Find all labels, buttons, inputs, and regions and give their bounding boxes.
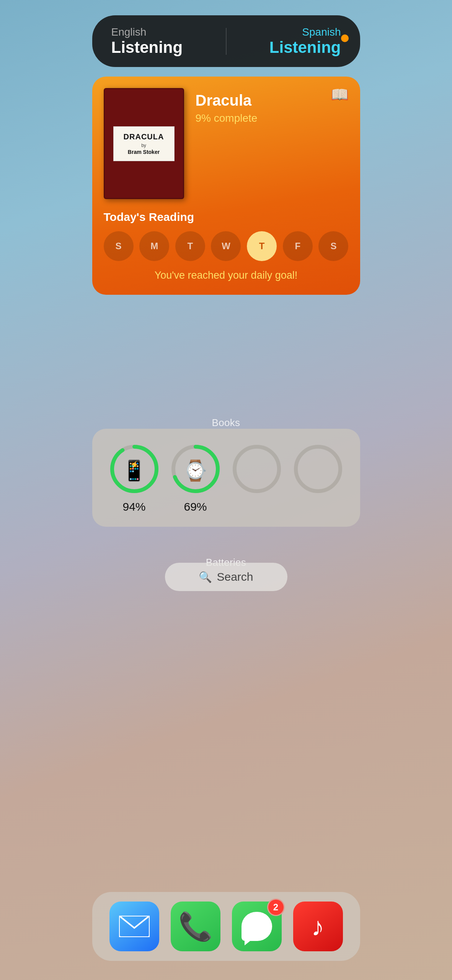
music-icon: ♪ (312, 911, 325, 941)
dock-app-music[interactable]: ♪ (293, 902, 343, 951)
day-circles: S M T W T F S (104, 231, 349, 261)
battery-iphone-percent: 94% (122, 500, 145, 513)
orange-dot (341, 34, 349, 42)
books-widget-label: Books (92, 417, 360, 429)
books-app-icon: 📖 (331, 86, 349, 103)
book-metadata: Dracula 9% complete (196, 88, 258, 124)
book-progress: 9% complete (196, 112, 258, 124)
battery-iphone: ⚡ 📱 94% (108, 442, 161, 513)
day-F: F (283, 231, 313, 261)
day-T1: T (175, 231, 205, 261)
books-widget[interactable]: 📖 DRACULA by Bram Stoker Dracula 9% comp… (92, 77, 360, 295)
battery-empty-2 (291, 442, 345, 513)
battery-empty1-ring (230, 442, 284, 496)
book-cover-inner: DRACULA by Bram Stoker (113, 126, 175, 161)
book-cover: DRACULA by Bram Stoker (104, 88, 184, 199)
battery-iphone-ring: ⚡ 📱 (108, 442, 161, 496)
book-top-section: DRACULA by Bram Stoker Dracula 9% comple… (104, 88, 349, 199)
book-name: Dracula (196, 92, 258, 109)
mail-icon (119, 916, 150, 937)
reading-section: Today's Reading S M T W T F S You've rea… (104, 211, 349, 283)
book-cover-by: by (118, 143, 170, 148)
watch-symbol: ⌚ (183, 459, 208, 482)
messages-badge: 2 (267, 898, 285, 916)
dock-app-messages[interactable]: 2 (232, 902, 282, 951)
dock-app-mail[interactable] (109, 902, 159, 951)
battery-empty-1 (230, 442, 284, 513)
lang-spanish: Spanish Listening (269, 26, 341, 57)
battery-items: ⚡ 📱 94% ⌚ 69% (108, 442, 345, 513)
lang-spanish-label: Spanish (269, 26, 341, 38)
day-M: M (139, 231, 169, 261)
day-W: W (211, 231, 241, 261)
lang-divider (226, 28, 227, 55)
lightning-icon: ⚡ (130, 461, 139, 469)
battery-watch-percent: 69% (184, 500, 207, 513)
language-toggle[interactable]: English Listening Spanish Listening (92, 15, 360, 67)
book-cover-author: Bram Stoker (118, 149, 170, 155)
messages-icon (242, 912, 272, 941)
dock-app-phone[interactable]: 📞 (171, 902, 220, 951)
battery-iphone-icon: ⚡ 📱 (122, 456, 147, 482)
battery-empty2-ring (291, 442, 345, 496)
phone-icon: 📞 (178, 910, 213, 943)
lang-english-value: Listening (111, 38, 183, 57)
day-S1: S (104, 231, 134, 261)
battery-empty2-svg (291, 442, 345, 496)
lang-english-label: English (111, 26, 183, 38)
batteries-widget: ⚡ 📱 94% ⌚ 69% (92, 429, 360, 527)
goal-text: You've reached your daily goal! (104, 270, 349, 283)
svg-point-5 (296, 447, 340, 491)
battery-empty1-svg (230, 442, 284, 496)
battery-watch-icon: ⌚ (183, 456, 208, 482)
lang-spanish-value: Listening (269, 38, 341, 57)
search-label: Search (217, 570, 253, 583)
dock: 📞 2 ♪ (92, 892, 360, 961)
book-cover-title: DRACULA (118, 132, 170, 141)
day-T2-active: T (247, 231, 277, 261)
search-icon: 🔍 (199, 571, 212, 583)
day-S2: S (318, 231, 348, 261)
search-button[interactable]: 🔍 Search (165, 563, 287, 591)
battery-watch: ⌚ 69% (169, 442, 222, 513)
battery-watch-ring: ⌚ (169, 442, 222, 496)
svg-point-4 (235, 447, 279, 491)
lang-english: English Listening (111, 26, 183, 57)
reading-label: Today's Reading (104, 211, 349, 224)
